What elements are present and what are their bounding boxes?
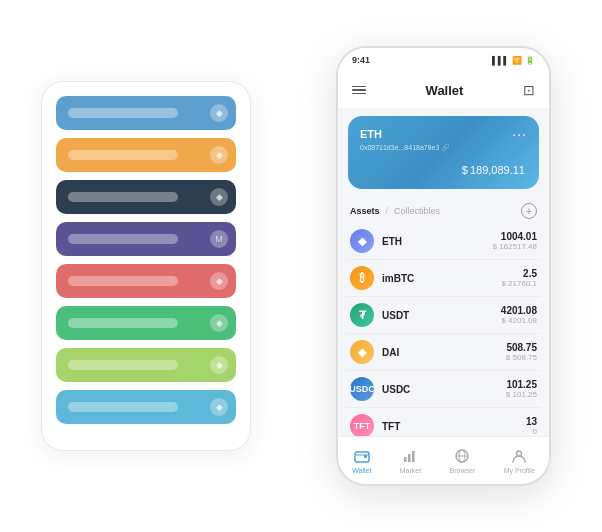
signal-icon: ▌▌▌	[492, 56, 509, 65]
tab-collectibles[interactable]: Collectibles	[394, 206, 440, 216]
nav-browser[interactable]: Browser	[450, 447, 476, 474]
background-card: ◆ ◆ ◆ M ◆ ◆ ◆ ◆	[41, 81, 251, 451]
asset-amounts-tft: 13 0	[526, 416, 537, 436]
list-item[interactable]: ◆	[56, 306, 236, 340]
wallet-card: ETH ··· 0x08711d3e...8418a78e3 🔗 $189,08…	[348, 116, 539, 189]
app-header: Wallet ⊡	[338, 72, 549, 108]
status-icons: ▌▌▌ 🛜 🔋	[492, 56, 535, 65]
tab-assets[interactable]: Assets	[350, 206, 380, 216]
row-icon: ◆	[210, 398, 228, 416]
asset-amounts-usdc: 101.25 $ 101.25	[506, 379, 537, 399]
status-bar: 9:41 ▌▌▌ 🛜 🔋	[338, 48, 549, 72]
nav-wallet-label: Wallet	[352, 467, 371, 474]
asset-item-dai[interactable]: ◈ DAI 508.75 $ 508.75	[346, 334, 541, 371]
browser-nav-icon	[453, 447, 471, 465]
list-item[interactable]: ◆	[56, 390, 236, 424]
asset-item-eth[interactable]: ◆ ETH 1004.01 $ 162517.48	[346, 223, 541, 260]
tft-amount: 13	[526, 416, 537, 427]
dai-icon: ◈	[350, 340, 374, 364]
page-title: Wallet	[426, 83, 464, 98]
dai-amount: 508.75	[506, 342, 537, 353]
tft-usd: 0	[526, 427, 537, 436]
nav-profile-label: My Profile	[504, 467, 535, 474]
asset-name-tft: TFT	[382, 421, 526, 432]
list-item[interactable]: ◆	[56, 264, 236, 298]
asset-name-eth: ETH	[382, 236, 493, 247]
list-item[interactable]: ◆	[56, 138, 236, 172]
eth-icon: ◆	[350, 229, 374, 253]
nav-browser-label: Browser	[450, 467, 476, 474]
asset-amounts-imbtc: 2.5 $ 21760.1	[501, 268, 537, 288]
asset-list: ◆ ETH 1004.01 $ 162517.48 ₿ imBTC 2.5 $ …	[338, 223, 549, 436]
asset-item-usdc[interactable]: USDC USDC 101.25 $ 101.25	[346, 371, 541, 408]
asset-name-dai: DAI	[382, 347, 506, 358]
menu-button[interactable]	[352, 86, 366, 95]
asset-item-usdt[interactable]: ₮ USDT 4201.08 $ 4201.08	[346, 297, 541, 334]
nav-wallet[interactable]: Wallet	[352, 447, 371, 474]
row-icon: ◆	[210, 188, 228, 206]
nav-profile[interactable]: My Profile	[504, 447, 535, 474]
nav-market-label: Market	[400, 467, 421, 474]
nav-market[interactable]: Market	[400, 447, 421, 474]
asset-name-imbtc: imBTC	[382, 273, 501, 284]
list-item[interactable]: ◆	[56, 348, 236, 382]
imbtc-amount: 2.5	[501, 268, 537, 279]
usdt-usd: $ 4201.08	[501, 316, 537, 325]
phone-body: ETH ··· 0x08711d3e...8418a78e3 🔗 $189,08…	[338, 108, 549, 436]
usdt-amount: 4201.08	[501, 305, 537, 316]
row-icon: ◆	[210, 314, 228, 332]
asset-amounts-eth: 1004.01 $ 162517.48	[493, 231, 538, 251]
phone-mockup: 9:41 ▌▌▌ 🛜 🔋 Wallet ⊡ ETH ··· 0x	[336, 46, 551, 486]
main-scene: ◆ ◆ ◆ M ◆ ◆ ◆ ◆	[21, 16, 581, 516]
wallet-coin-label: ETH	[360, 128, 382, 140]
svg-rect-2	[404, 457, 407, 462]
balance-amount: 189,089.11	[470, 164, 525, 176]
tft-icon: TFT	[350, 414, 374, 436]
list-item[interactable]: ◆	[56, 180, 236, 214]
asset-amounts-usdt: 4201.08 $ 4201.08	[501, 305, 537, 325]
row-icon: ◆	[210, 146, 228, 164]
wallet-nav-icon	[353, 447, 371, 465]
row-icon: ◆	[210, 104, 228, 122]
assets-tabs: Assets / Collectibles	[350, 206, 440, 216]
eth-usd: $ 162517.48	[493, 242, 538, 251]
row-icon: ◆	[210, 356, 228, 374]
asset-item-tft[interactable]: TFT TFT 13 0	[346, 408, 541, 436]
usdc-icon: USDC	[350, 377, 374, 401]
usdc-usd: $ 101.25	[506, 390, 537, 399]
row-icon: M	[210, 230, 228, 248]
dai-usd: $ 508.75	[506, 353, 537, 362]
wallet-options-button[interactable]: ···	[512, 126, 527, 142]
imbtc-icon: ₿	[350, 266, 374, 290]
list-item[interactable]: M	[56, 222, 236, 256]
tab-divider: /	[386, 206, 389, 216]
market-nav-icon	[401, 447, 419, 465]
balance-prefix: $	[462, 164, 468, 176]
status-time: 9:41	[352, 55, 370, 65]
asset-name-usdc: USDC	[382, 384, 506, 395]
wallet-balance: $189,089.11	[360, 158, 527, 179]
wallet-address: 0x08711d3e...8418a78e3 🔗	[360, 144, 527, 152]
row-icon: ◆	[210, 272, 228, 290]
imbtc-usd: $ 21760.1	[501, 279, 537, 288]
expand-icon[interactable]: ⊡	[523, 82, 535, 98]
asset-amounts-dai: 508.75 $ 508.75	[506, 342, 537, 362]
add-asset-button[interactable]: +	[521, 203, 537, 219]
svg-rect-4	[412, 451, 415, 462]
usdc-amount: 101.25	[506, 379, 537, 390]
asset-name-usdt: USDT	[382, 310, 501, 321]
profile-nav-icon	[510, 447, 528, 465]
list-item[interactable]: ◆	[56, 96, 236, 130]
usdt-icon: ₮	[350, 303, 374, 327]
battery-icon: 🔋	[525, 56, 535, 65]
bottom-nav: Wallet Market	[338, 436, 549, 484]
wifi-icon: 🛜	[512, 56, 522, 65]
asset-item-imbtc[interactable]: ₿ imBTC 2.5 $ 21760.1	[346, 260, 541, 297]
svg-rect-3	[408, 454, 411, 462]
assets-header: Assets / Collectibles +	[338, 197, 549, 223]
eth-amount: 1004.01	[493, 231, 538, 242]
